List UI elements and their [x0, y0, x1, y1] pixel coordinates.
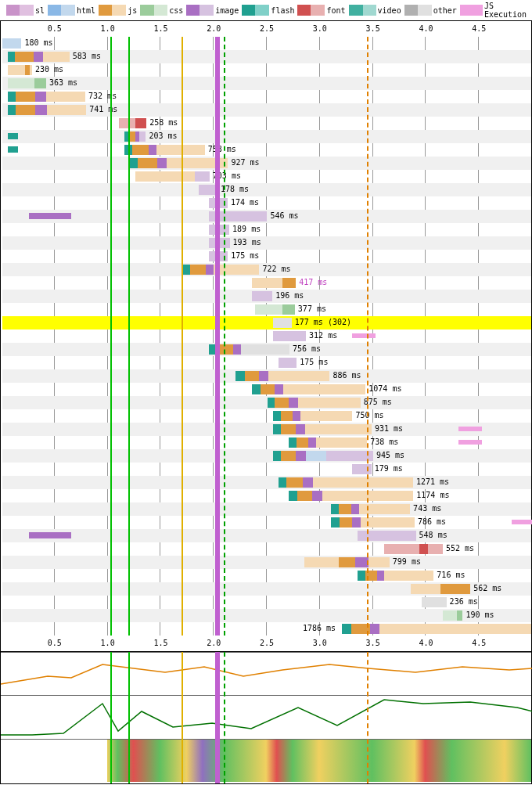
waterfall-row[interactable]: 1074 ms: [2, 383, 531, 396]
waterfall-row[interactable]: 886 ms: [2, 369, 531, 383]
request-bar[interactable]: [119, 118, 146, 128]
waterfall-row[interactable]: 175 ms: [2, 356, 531, 369]
waterfall-row[interactable]: 562 ms: [2, 582, 531, 596]
bar-segment: [135, 118, 146, 128]
request-bar[interactable]: [268, 398, 361, 408]
request-bar[interactable]: [331, 517, 415, 528]
waterfall-row[interactable]: 738 ms: [2, 436, 531, 449]
waterfall-row[interactable]: 548 ms: [2, 529, 531, 542]
duration-label: 189 ms: [232, 225, 261, 233]
request-bar[interactable]: [2, 38, 21, 49]
bar-segment: [16, 92, 35, 102]
waterfall-row[interactable]: 190 ms: [2, 609, 531, 622]
request-bar[interactable]: [8, 52, 70, 62]
waterfall-row[interactable]: 175 ms: [2, 250, 531, 263]
waterfall-row[interactable]: 377 ms: [2, 303, 531, 316]
waterfall-row[interactable]: 546 ms: [2, 210, 531, 223]
waterfall-row[interactable]: 741 ms: [2, 103, 531, 117]
request-bar[interactable]: [304, 557, 389, 567]
request-bar[interactable]: [279, 358, 297, 368]
request-bar[interactable]: [279, 477, 413, 488]
request-bar[interactable]: [358, 571, 433, 581]
request-bar[interactable]: [273, 411, 353, 421]
waterfall-row[interactable]: 258 ms: [2, 117, 531, 130]
request-bar[interactable]: [209, 344, 289, 355]
request-bar[interactable]: [8, 105, 86, 115]
bandwidth-line: [1, 653, 532, 697]
legend-video: video: [349, 2, 401, 19]
waterfall-row[interactable]: 363 ms: [2, 77, 531, 90]
request-bar[interactable]: [252, 278, 297, 288]
waterfall-row[interactable]: 722 ms: [2, 263, 531, 276]
duration-label: 716 ms: [437, 571, 465, 579]
waterfall-row[interactable]: 703 ms: [2, 170, 531, 183]
request-bar[interactable]: [183, 265, 260, 275]
request-bar[interactable]: [124, 145, 205, 155]
waterfall-row[interactable]: 193 ms: [2, 236, 531, 250]
request-bar[interactable]: [252, 291, 273, 301]
duration-label: 758 ms: [208, 145, 236, 153]
request-bar[interactable]: [352, 464, 371, 474]
waterfall-row[interactable]: 756 ms: [2, 343, 531, 356]
request-bar[interactable]: [273, 331, 306, 341]
request-bar[interactable]: [443, 610, 463, 621]
waterfall-row[interactable]: 716 ms: [2, 569, 531, 582]
waterfall-row[interactable]: 750 ms: [2, 409, 531, 423]
waterfall-row[interactable]: 583 ms: [2, 50, 531, 63]
waterfall-row[interactable]: 189 ms: [2, 223, 531, 236]
waterfall-row[interactable]: 732 ms: [2, 90, 531, 103]
request-bar[interactable]: [384, 544, 443, 554]
waterfall-row[interactable]: 203 ms: [2, 130, 531, 143]
waterfall-row[interactable]: 743 ms: [2, 502, 531, 516]
waterfall-row[interactable]: 552 ms: [2, 542, 531, 556]
request-bar[interactable]: [8, 92, 85, 102]
waterfall-row[interactable]: 312 ms: [2, 329, 531, 343]
request-bar[interactable]: [252, 384, 366, 394]
waterfall-row[interactable]: 927 ms: [2, 157, 531, 170]
bar-segment: [377, 571, 385, 581]
request-bar[interactable]: [342, 624, 531, 634]
request-bar[interactable]: [235, 371, 329, 381]
waterfall-row[interactable]: 1271 ms: [2, 476, 531, 489]
request-bar[interactable]: [8, 65, 32, 75]
bar-segment: [283, 384, 365, 394]
request-bar[interactable]: [8, 78, 46, 88]
duration-label: 1174 ms: [416, 491, 449, 499]
waterfall-row[interactable]: 174 ms: [2, 196, 531, 210]
axis-tick: 0.5: [48, 639, 62, 647]
request-bar[interactable]: [289, 491, 413, 501]
waterfall-row[interactable]: 417 ms: [2, 276, 531, 290]
legend-label: html: [77, 6, 95, 15]
legend-label: sl: [35, 6, 45, 15]
request-bar[interactable]: [135, 171, 210, 182]
request-bar[interactable]: [130, 158, 228, 168]
waterfall-row[interactable]: 758 ms: [2, 143, 531, 157]
waterfall-row[interactable]: 180 ms: [2, 37, 531, 50]
waterfall-row[interactable]: 931 ms: [2, 423, 531, 436]
waterfall-row[interactable]: 178 ms: [2, 183, 531, 196]
waterfall-row[interactable]: 1786 ms: [2, 622, 531, 636]
request-bar[interactable]: [273, 424, 372, 434]
request-bar[interactable]: [289, 438, 367, 448]
request-bar[interactable]: [273, 451, 373, 461]
bar-segment: [316, 438, 367, 448]
waterfall-row[interactable]: 875 ms: [2, 396, 531, 409]
request-bar[interactable]: [255, 304, 295, 315]
bar-segment: [297, 438, 308, 448]
waterfall-row[interactable]: 799 ms: [2, 556, 531, 569]
waterfall-row[interactable]: 1174 ms: [2, 489, 531, 502]
waterfall-row[interactable]: 945 ms: [2, 449, 531, 463]
waterfall-row[interactable]: 196 ms: [2, 290, 531, 303]
axis-tick: 1.5: [153, 639, 167, 647]
waterfall-row[interactable]: 179 ms: [2, 463, 531, 476]
waterfall-row[interactable]: 236 ms: [2, 596, 531, 609]
request-bar[interactable]: [411, 584, 470, 594]
waterfall-row[interactable]: 177 ms (302): [2, 316, 531, 329]
request-bar[interactable]: [422, 597, 447, 607]
waterfall-row[interactable]: 230 ms: [2, 63, 531, 77]
request-bar[interactable]: [273, 318, 292, 328]
waterfall-row[interactable]: 786 ms: [2, 516, 531, 529]
request-bar[interactable]: [331, 504, 410, 514]
duration-label: 1271 ms: [416, 477, 449, 486]
duration-label: 927 ms: [231, 158, 259, 167]
